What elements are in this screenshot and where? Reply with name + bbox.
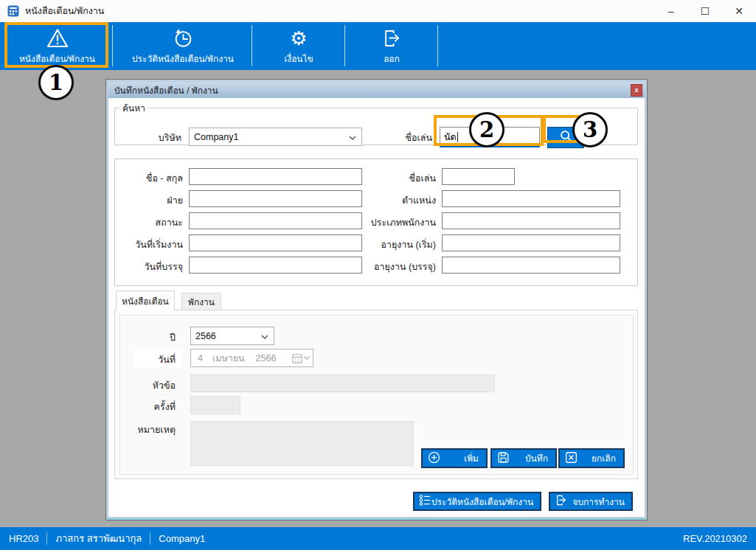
tab-warning-letter[interactable]: หนังสือเตือน bbox=[116, 290, 175, 310]
main-toolbar: หนังสือเตือน/พักงาน ประวัติหนังสือเตือน/… bbox=[0, 22, 756, 70]
status-input[interactable] bbox=[189, 212, 362, 229]
record-warning-dialog: บันทึกหนังสือเตือน / พักงาน x ค้นหา บริษ… bbox=[105, 79, 648, 521]
end-work-button[interactable]: จบการทำงาน bbox=[549, 492, 633, 511]
status-bar: HR203 ภาสกร สราพัฒนากุล Company1 REV.202… bbox=[0, 527, 756, 550]
fullname-input[interactable] bbox=[189, 168, 362, 185]
toolbar-button-label: ออก bbox=[384, 52, 400, 66]
nickname-label: ชื่อเล่น bbox=[358, 130, 432, 145]
tab-label: พักงาน bbox=[188, 295, 215, 309]
dialog-body: ค้นหา บริษัท Company1 ชื่อเล่น นัด bbox=[108, 98, 645, 517]
date-label: วันที่ bbox=[130, 352, 176, 367]
toolbar-separator bbox=[252, 25, 252, 66]
topic-label: หัวข้อ bbox=[130, 378, 176, 393]
year-select[interactable]: 2566 bbox=[190, 327, 274, 345]
placement-date-input[interactable] bbox=[189, 257, 362, 274]
exit-door-icon bbox=[555, 494, 567, 509]
toolbar-button-history[interactable]: ประวัติหนังสือเตือน/พักงาน bbox=[117, 24, 249, 69]
employee-groupbox: ชื่อ - สกุล ชื่อเล่น ฝ่าย ตำแหน่ง สถานะ … bbox=[114, 159, 638, 286]
start-date-input[interactable] bbox=[189, 234, 362, 251]
history-footer-label: ประวัติหนังสือเตือน/พักงาน bbox=[431, 495, 533, 509]
start-date-label: วันที่เริ่มงาน bbox=[115, 237, 183, 252]
add-button-label: เพิ่ม bbox=[464, 451, 479, 465]
save-button[interactable]: บันทึก bbox=[490, 448, 557, 468]
tab-label: หนังสือเตือน bbox=[122, 294, 169, 308]
search-icon bbox=[559, 129, 573, 146]
history-clock-icon bbox=[172, 27, 194, 50]
chevron-down-icon bbox=[349, 132, 356, 142]
add-button[interactable]: เพิ่ม bbox=[421, 448, 488, 468]
position-input[interactable] bbox=[442, 190, 620, 207]
exit-door-icon bbox=[381, 27, 402, 50]
statusbar-separator bbox=[150, 532, 150, 545]
nickname-input-value: นัด bbox=[444, 130, 457, 145]
statusbar-separator bbox=[46, 532, 47, 545]
department-label: ฝ่าย bbox=[115, 193, 183, 208]
note-textarea bbox=[190, 421, 414, 466]
date-month: เมษายน bbox=[212, 351, 245, 366]
employee-type-input[interactable] bbox=[442, 212, 620, 229]
end-work-label: จบการทำงาน bbox=[572, 495, 625, 509]
company-select[interactable]: Company1 bbox=[189, 128, 362, 146]
year-label: ปี bbox=[130, 330, 176, 345]
cancel-button-label: ยกเลิก bbox=[592, 451, 616, 465]
step-1-badge: 1 bbox=[38, 65, 74, 100]
toolbar-button-exit[interactable]: ออก bbox=[348, 24, 435, 69]
date-picker[interactable]: 4 เมษายน 2566 bbox=[190, 349, 313, 367]
minimize-button[interactable]: – bbox=[654, 0, 688, 22]
service-years-start-input[interactable] bbox=[442, 234, 620, 251]
status-company-name: Company1 bbox=[159, 533, 205, 544]
calendar-icon bbox=[292, 353, 310, 363]
warning-triangle-icon bbox=[46, 27, 69, 50]
toolbar-separator bbox=[112, 25, 113, 66]
window-titlebar: หนังสือเตือน/พักงาน – ☐ ✕ bbox=[0, 0, 756, 22]
status-label: สถานะ bbox=[115, 215, 183, 230]
search-groupbox: ค้นหา บริษัท Company1 ชื่อเล่น นัด bbox=[114, 101, 638, 145]
toolbar-separator bbox=[344, 25, 345, 66]
fullname-label: ชื่อ - สกุล bbox=[115, 171, 183, 186]
date-day: 4 bbox=[198, 353, 203, 363]
tab-suspension[interactable]: พักงาน bbox=[181, 293, 221, 310]
dialog-title: บันทึกหนังสือเตือน / พักงาน bbox=[114, 83, 218, 97]
toolbar-button-label: ประวัติหนังสือเตือน/พักงาน bbox=[132, 52, 234, 66]
tab-strip: หนังสือเตือน พักงาน bbox=[108, 290, 645, 310]
search-legend: ค้นหา bbox=[119, 101, 148, 115]
company-label: บริษัท bbox=[115, 130, 181, 145]
step-2-badge: 2 bbox=[469, 112, 504, 147]
toolbar-button-label: หนังสือเตือน/พักงาน bbox=[19, 52, 95, 66]
app-grid-icon bbox=[7, 5, 19, 17]
step-3-badge: 3 bbox=[572, 112, 608, 147]
date-year: 2566 bbox=[256, 353, 277, 363]
service-years-start-label: อายุงาน (เริ่ม) bbox=[362, 237, 436, 252]
nickname-display-input[interactable] bbox=[442, 168, 515, 185]
dialog-titlebar: บันทึกหนังสือเตือน / พักงาน x bbox=[108, 82, 645, 98]
cancel-button[interactable]: ยกเลิก bbox=[558, 448, 625, 468]
history-footer-button[interactable]: ประวัติหนังสือเตือน/พักงาน bbox=[413, 492, 541, 511]
service-years-placement-input[interactable] bbox=[442, 257, 620, 274]
text-caret bbox=[457, 132, 458, 142]
maximize-button[interactable]: ☐ bbox=[688, 0, 722, 22]
status-revision: REV.20210302 bbox=[683, 533, 747, 544]
window-title: หนังสือเตือน/พักงาน bbox=[25, 4, 104, 18]
toolbar-button-warning-letter[interactable]: หนังสือเตือน/พักงาน bbox=[6, 24, 108, 69]
position-label: ตำแหน่ง bbox=[362, 193, 436, 208]
status-program-code: HR203 bbox=[9, 533, 38, 544]
toolbar-button-label: เงื่อนไข bbox=[284, 52, 313, 66]
gear-icon: ⚙ bbox=[290, 27, 307, 50]
topic-input bbox=[190, 375, 495, 392]
x-square-icon bbox=[565, 451, 578, 466]
department-input[interactable] bbox=[189, 190, 362, 207]
nickname-display-label: ชื่อเล่น bbox=[362, 171, 436, 186]
count-input bbox=[190, 396, 240, 414]
dialog-close-button[interactable]: x bbox=[631, 84, 642, 97]
service-years-placement-label: อายุงาน (บรรจุ) bbox=[362, 260, 436, 274]
status-user-name: ภาสกร สราพัฒนากุล bbox=[55, 531, 142, 546]
note-label: หมายเหตุ bbox=[130, 422, 176, 437]
toolbar-button-conditions[interactable]: ⚙ เงื่อนไข bbox=[255, 24, 342, 69]
plus-circle-icon bbox=[428, 451, 440, 466]
close-button[interactable]: ✕ bbox=[722, 0, 756, 22]
chevron-down-icon bbox=[261, 331, 268, 341]
company-select-value: Company1 bbox=[194, 132, 238, 142]
count-label: ครั้งที่ bbox=[130, 400, 176, 414]
save-button-label: บันทึก bbox=[525, 451, 548, 465]
warning-letter-tab-panel: ปี 2566 วันที่ 4 เมษายน 2566 bbox=[114, 310, 638, 479]
